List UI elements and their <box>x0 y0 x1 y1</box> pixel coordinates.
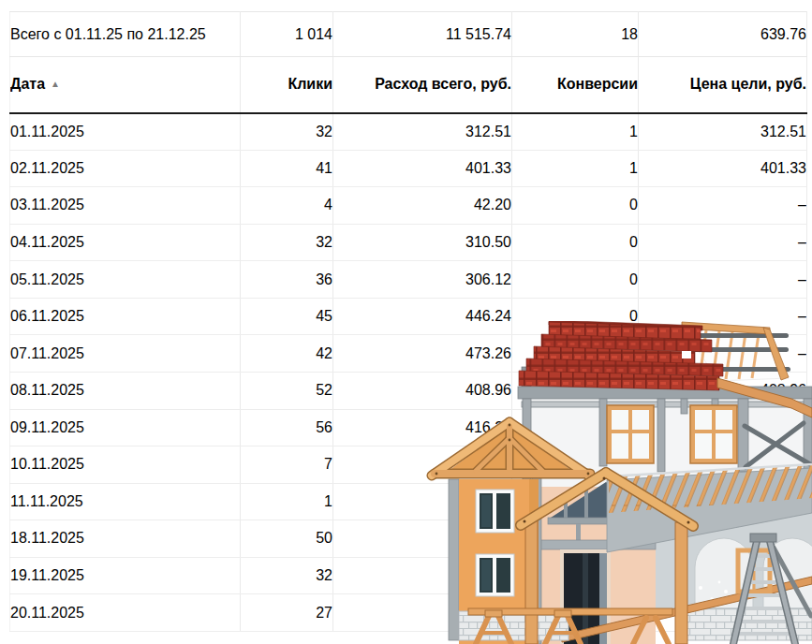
cell-date[interactable]: 10.11.2025 <box>10 446 241 484</box>
cell-conversions: 1 <box>512 113 639 151</box>
cell-date[interactable]: 09.11.2025 <box>10 409 241 446</box>
cell-cost: 401.33 <box>333 150 512 187</box>
cell-goal-cost: – <box>639 261 807 299</box>
cell-clicks: 1 <box>241 483 333 520</box>
house-window <box>476 554 514 596</box>
cell-conversions: 0 <box>512 224 639 261</box>
cell-clicks: 32 <box>241 224 333 261</box>
cell-clicks: 42 <box>241 335 333 373</box>
column-header-date[interactable]: Дата▲ <box>10 57 241 113</box>
table-row: 03.11.2025 4 42.20 0 – <box>10 187 807 225</box>
cell-date[interactable]: 18.11.2025 <box>10 520 241 558</box>
missing-tile-gap <box>682 351 691 359</box>
cell-conversions: 0 <box>512 261 639 299</box>
cell-date[interactable]: 06.11.2025 <box>10 298 241 335</box>
cell-date[interactable]: 02.11.2025 <box>10 150 241 187</box>
cell-date[interactable]: 03.11.2025 <box>10 187 241 225</box>
totals-clicks: 1 014 <box>241 12 333 57</box>
cell-date[interactable]: 07.11.2025 <box>10 335 241 373</box>
table-row: 02.11.2025 41 401.33 1 401.33 <box>10 150 807 187</box>
analytics-report-screen: Всего с 01.11.25 по 21.12.25 1 014 11 51… <box>0 0 812 644</box>
cell-date[interactable]: 04.11.2025 <box>10 224 241 261</box>
cell-date[interactable]: 05.11.2025 <box>10 261 241 299</box>
cell-date[interactable]: 08.11.2025 <box>10 372 241 409</box>
construction-house-illustration <box>353 321 812 644</box>
cell-date[interactable]: 19.11.2025 <box>10 557 241 594</box>
table-row: 01.11.2025 32 312.51 1 312.51 <box>10 113 807 151</box>
porch-post <box>525 519 538 644</box>
cell-clicks: 4 <box>241 187 333 225</box>
sort-ascending-icon[interactable]: ▲ <box>51 79 60 89</box>
cell-clicks: 45 <box>241 298 333 335</box>
framed-window <box>607 405 654 463</box>
cell-clicks: 52 <box>241 372 333 409</box>
cell-cost: 312.51 <box>333 113 512 151</box>
cell-date[interactable]: 01.11.2025 <box>10 113 241 151</box>
house-window <box>476 490 514 533</box>
cell-clicks: 32 <box>241 113 333 151</box>
totals-cost: 11 515.74 <box>333 12 512 57</box>
cell-conversions: 1 <box>512 150 639 187</box>
column-header-clicks[interactable]: Клики <box>241 57 333 113</box>
porch-post <box>675 522 687 644</box>
column-header-cost[interactable]: Расход всего, руб. <box>333 57 512 113</box>
framed-window <box>690 405 737 463</box>
cell-conversions: 0 <box>512 187 639 225</box>
table-row: 05.11.2025 36 306.12 0 – <box>10 261 807 299</box>
cell-goal-cost: 401.33 <box>639 150 807 187</box>
cell-clicks: 27 <box>241 594 333 632</box>
cell-clicks: 41 <box>241 150 333 187</box>
totals-conversions: 18 <box>512 12 639 57</box>
cell-goal-cost: – <box>639 187 807 225</box>
totals-row: Всего с 01.11.25 по 21.12.25 1 014 11 51… <box>10 12 807 57</box>
cell-clicks: 56 <box>241 409 333 446</box>
red-tile-roof <box>519 321 723 390</box>
header-row: Дата▲ Клики Расход всего, руб. Конверсии… <box>10 57 807 113</box>
totals-goal-cost: 639.76 <box>639 12 807 57</box>
totals-label: Всего с 01.11.25 по 21.12.25 <box>10 12 241 57</box>
corner-trim <box>449 479 459 640</box>
column-header-goal-cost[interactable]: Цена цели, руб. <box>639 57 807 113</box>
table-row: 04.11.2025 32 310.50 0 – <box>10 224 807 261</box>
cell-cost: 306.12 <box>333 261 512 299</box>
column-header-conversions[interactable]: Конверсии <box>512 57 639 113</box>
cell-clicks: 7 <box>241 446 333 484</box>
cell-clicks: 50 <box>241 520 333 558</box>
cell-cost: 42.20 <box>333 187 512 225</box>
cell-date[interactable]: 11.11.2025 <box>10 483 241 520</box>
cell-cost: 310.50 <box>333 224 512 261</box>
cell-goal-cost: 312.51 <box>639 113 807 151</box>
cell-clicks: 36 <box>241 261 333 299</box>
cell-goal-cost: – <box>639 224 807 261</box>
cell-date[interactable]: 20.11.2025 <box>10 594 241 632</box>
cell-clicks: 32 <box>241 557 333 594</box>
